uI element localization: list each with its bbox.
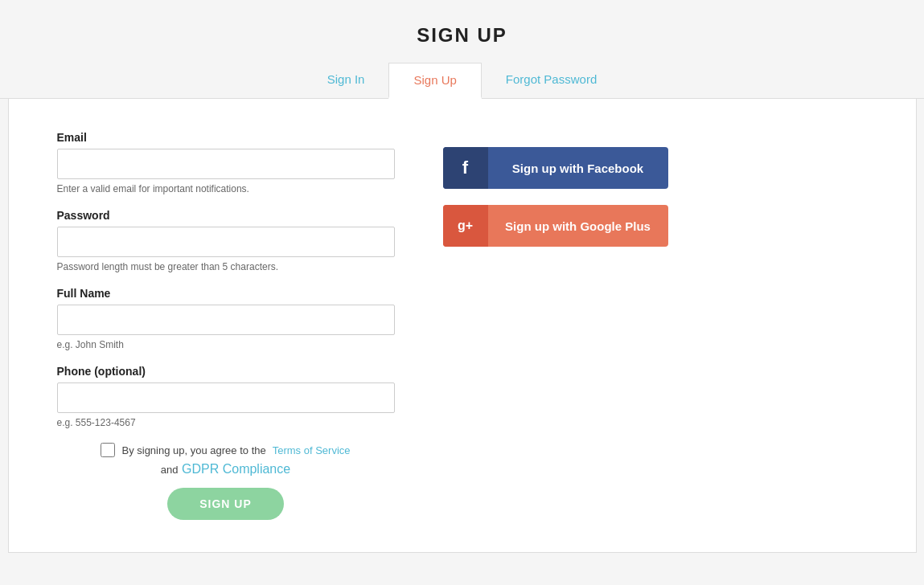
terms-and-row: and GDPR Compliance <box>161 462 290 477</box>
google-icon: g+ <box>443 205 488 247</box>
email-input[interactable] <box>57 149 395 179</box>
password-hint: Password length must be greater than 5 c… <box>57 261 395 272</box>
phone-input[interactable] <box>57 382 395 413</box>
facebook-icon: f <box>443 147 488 189</box>
full-name-hint: e.g. John Smith <box>57 339 395 350</box>
terms-section: By signing up, you agree to the Terms of… <box>57 443 395 520</box>
full-name-label: Full Name <box>57 287 395 300</box>
google-signup-label: Sign up with Google Plus <box>488 208 668 244</box>
email-hint: Enter a valid email for important notifi… <box>57 183 395 194</box>
password-group: Password Password length must be greater… <box>57 209 395 272</box>
phone-hint: e.g. 555-123-4567 <box>57 417 395 428</box>
signup-form-container: Email Enter a valid email for important … <box>8 99 917 553</box>
google-signup-button[interactable]: g+ Sign up with Google Plus <box>443 205 668 247</box>
terms-of-service-link[interactable]: Terms of Service <box>273 444 351 456</box>
email-group: Email Enter a valid email for important … <box>57 131 395 194</box>
terms-checkbox[interactable] <box>101 443 115 457</box>
phone-group: Phone (optional) e.g. 555-123-4567 <box>57 365 395 428</box>
email-label: Email <box>57 131 395 144</box>
signup-button[interactable]: SIGN UP <box>167 488 284 520</box>
facebook-signup-button[interactable]: f Sign up with Facebook <box>443 147 668 189</box>
page-title: SIGN UP <box>417 24 507 47</box>
tabs-bar: Sign In Sign Up Forgot Password <box>0 63 924 99</box>
terms-text: By signing up, you agree to the <box>121 444 265 456</box>
terms-row: By signing up, you agree to the Terms of… <box>101 443 350 457</box>
terms-and: and <box>161 464 179 476</box>
gdpr-link[interactable]: GDPR Compliance <box>182 462 290 476</box>
right-section: f Sign up with Facebook g+ Sign up with … <box>443 131 868 520</box>
full-name-input[interactable] <box>57 305 395 335</box>
password-input[interactable] <box>57 227 395 257</box>
password-label: Password <box>57 209 395 222</box>
tab-sign-in[interactable]: Sign In <box>303 63 389 98</box>
left-section: Email Enter a valid email for important … <box>57 131 395 520</box>
facebook-signup-label: Sign up with Facebook <box>488 150 668 186</box>
full-name-group: Full Name e.g. John Smith <box>57 287 395 350</box>
phone-label: Phone (optional) <box>57 365 395 378</box>
tab-forgot-password[interactable]: Forgot Password <box>482 63 621 98</box>
tab-sign-up[interactable]: Sign Up <box>388 63 481 99</box>
